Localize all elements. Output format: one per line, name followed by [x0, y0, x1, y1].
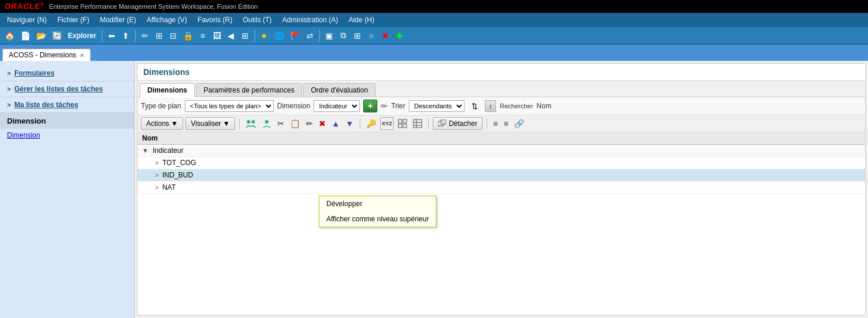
actions-label: Actions [146, 119, 169, 128]
type-plan-select[interactable]: <Tous les types de plan> [185, 100, 274, 112]
panel-title: Dimensions [137, 64, 865, 81]
tab-dimensions[interactable]: Dimensions [140, 83, 195, 97]
add-dimension-btn[interactable]: + [363, 100, 377, 112]
cut-btn[interactable]: ✂ [275, 117, 286, 130]
xyz-btn[interactable]: XYZ [380, 117, 394, 130]
menu-affichage[interactable]: Affichage (V) [142, 15, 192, 25]
tab-close-btn[interactable]: ✕ [80, 52, 84, 59]
toolbar-flag-btn[interactable]: 🚩 [288, 29, 302, 43]
tab-ordre[interactable]: Ordre d'évaluation [303, 83, 376, 97]
detacher-label: Détacher [449, 119, 477, 128]
menu-naviguer[interactable]: Naviguer (N) [2, 15, 51, 25]
toolbar-arrow-btn[interactable]: ◀ [225, 29, 237, 43]
link-btn[interactable]: 🔗 [512, 117, 526, 130]
move-down-btn[interactable]: ▼ [344, 117, 356, 130]
toolbar-explorer-label: Explorer [66, 32, 99, 40]
rechercher-label[interactable]: Rechercher [500, 102, 533, 110]
sidebar-label-ma-liste: Ma liste des tâches [14, 101, 78, 109]
sidebar-dimension-link[interactable]: Dimension [0, 129, 134, 142]
toolbar-home-btn[interactable]: 🏠 [2, 29, 17, 43]
menu-bar: Naviguer (N) Fichier (F) Modifier (E) Af… [0, 13, 868, 27]
toolbar-table-btn[interactable]: ⊞ [239, 29, 252, 43]
toolbar-lock-btn[interactable]: 🔒 [181, 29, 195, 43]
menu-favoris[interactable]: Favoris (R) [193, 15, 237, 25]
context-menu-afficher-niveau[interactable]: Afficher comme niveau supérieur [319, 211, 436, 227]
tot-cog-label: TOT_COG [162, 159, 196, 167]
sort-az-btn[interactable]: ↕ [485, 100, 497, 112]
grid1-btn[interactable] [396, 117, 409, 130]
tab-acoss-dimensions[interactable]: ACOSS - Dimensions ✕ [2, 49, 91, 61]
inner-tabs: Dimensions Paramètres de performances Or… [137, 81, 865, 97]
sort-icon-btn[interactable]: ⇅ [468, 100, 481, 112]
toolbar-exchange-btn[interactable]: ⇄ [304, 29, 316, 43]
menu-modifier[interactable]: Modifier (E) [95, 15, 141, 25]
oracle-logo: ORACLE® [5, 2, 44, 11]
actions-button[interactable]: Actions ▼ [141, 117, 183, 130]
toolbar-img-btn[interactable]: 🖼 [211, 29, 223, 43]
col-header-nom: Nom [137, 132, 865, 145]
toolbar-list-btn[interactable]: ≡ [197, 29, 209, 43]
tree-row-ind-bud[interactable]: > IND_BUD [137, 169, 865, 182]
add-child-btn[interactable] [260, 117, 273, 130]
toolbar-grid2-btn[interactable]: ⊟ [167, 29, 180, 43]
toolbar-open-btn[interactable]: 📂 [34, 29, 49, 43]
toolbar-new-btn[interactable]: 📄 [18, 29, 33, 43]
add-group-btn[interactable] [244, 117, 258, 130]
dimension-select[interactable]: Indicateur [314, 100, 360, 112]
tot-cog-expand-icon[interactable]: > [155, 159, 159, 166]
tab-label: ACOSS - Dimensions [9, 51, 76, 59]
toolbar-pencil-btn[interactable]: ✏ [139, 29, 151, 43]
toolbar-sep3 [254, 30, 255, 42]
type-plan-label: Type de plan [141, 102, 181, 110]
menu-outils[interactable]: Outils (T) [238, 15, 276, 25]
menu-aide[interactable]: Aide (H) [344, 15, 379, 25]
move-up-btn[interactable]: ▲ [330, 117, 342, 130]
grid2-btn[interactable] [411, 117, 424, 130]
svg-rect-6 [403, 124, 407, 128]
sidebar-ma-liste[interactable]: > Ma liste des tâches [0, 97, 134, 113]
align-left-btn[interactable]: ≡ [491, 117, 500, 130]
sidebar-label-gerer: Gérer les listes des tâches [14, 85, 102, 93]
ind-bud-expand-icon[interactable]: > [155, 172, 159, 179]
toolbar-globe-btn[interactable]: 🌐 [272, 29, 287, 43]
indicateur-collapse-icon[interactable]: ▼ [142, 147, 149, 154]
edit-dimension-icon[interactable]: ✏ [381, 101, 388, 111]
detacher-btn[interactable]: Détacher [433, 117, 483, 130]
menu-administration[interactable]: Administration (A) [278, 15, 343, 25]
align-right-btn[interactable]: ≡ [502, 117, 510, 130]
sidebar: > Formulaires > Gérer les listes des tâc… [0, 61, 135, 318]
menu-fichier[interactable]: Fichier (F) [53, 15, 94, 25]
tree-row-tot-cog[interactable]: > TOT_COG [137, 157, 865, 169]
delete-btn[interactable]: ✖ [317, 117, 328, 130]
svg-rect-7 [414, 119, 422, 128]
toolbar-plus-btn[interactable]: ✚ [393, 29, 406, 43]
svg-point-0 [247, 120, 250, 124]
trier-label: Trier [391, 102, 405, 110]
toolbar-x-btn[interactable]: ✖ [379, 29, 392, 43]
toolbar-circle-btn[interactable]: ○ [365, 29, 378, 43]
sort-select[interactable]: Descendants [409, 100, 464, 112]
toolbar-panel-btn[interactable]: ▣ [323, 29, 336, 43]
tree-row-nat[interactable]: > NAT [137, 182, 865, 194]
sidebar-formulaires[interactable]: > Formulaires [0, 66, 134, 81]
toolbar-layout-btn[interactable]: ⧉ [337, 29, 350, 43]
toolbar-grid3-btn[interactable]: ⊞ [351, 29, 364, 43]
context-menu: Développer Afficher comme niveau supérie… [319, 196, 436, 227]
action-sep2 [360, 118, 360, 129]
edit-btn[interactable]: ✏ [304, 117, 315, 130]
toolbar-star-btn[interactable]: ★ [258, 29, 271, 43]
sidebar-gerer-listes[interactable]: > Gérer les listes des tâches [0, 81, 134, 97]
copy-btn[interactable]: 📋 [288, 117, 302, 130]
tab-parametres[interactable]: Paramètres de performances [196, 83, 302, 97]
key-btn[interactable]: 🔑 [364, 117, 378, 130]
context-menu-developper[interactable]: Développer [319, 196, 436, 211]
sidebar-chevron-ma-liste: > [7, 101, 11, 108]
toolbar-grid-btn[interactable]: ⊞ [153, 29, 166, 43]
toolbar-btn1[interactable]: ⬅ [105, 29, 118, 43]
title-bar: ORACLE® Enterprise Performance Managemen… [0, 0, 868, 13]
nat-expand-icon[interactable]: > [155, 184, 159, 191]
action-sep1 [239, 118, 240, 129]
visualiser-button[interactable]: Visualiser ▼ [185, 117, 235, 130]
toolbar-refresh-btn[interactable]: 🔄 [50, 29, 64, 43]
toolbar-btn2[interactable]: ⬆ [119, 29, 132, 43]
